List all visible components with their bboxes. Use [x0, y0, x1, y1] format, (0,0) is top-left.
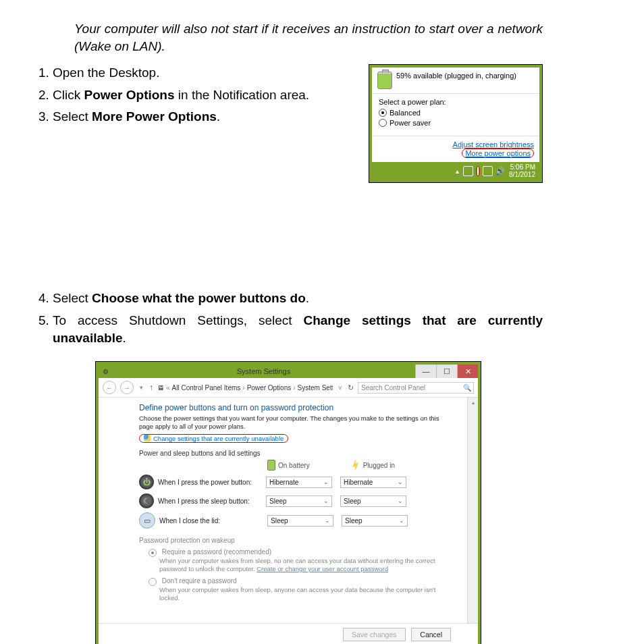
sleep-button-row-label: When I press the sleep button: [158, 498, 266, 505]
power-plugged-dropdown[interactable]: Hibernate⌄ [340, 477, 406, 488]
password-group-label: Password protection on wakeup [139, 537, 451, 544]
close-button[interactable]: ✕ [457, 365, 478, 378]
page-heading: Define power buttons and turn on passwor… [139, 403, 451, 412]
clock-time: 5:06 PM [509, 163, 535, 171]
step-5: To access Shutdown Settings, select Chan… [53, 312, 543, 348]
plug-icon: ⚡ [348, 458, 362, 472]
page-subtext: Choose the power settings that you want … [139, 414, 451, 431]
buttons-group-label: Power and sleep buttons and lid settings [139, 450, 451, 457]
battery-tray-icon[interactable] [476, 166, 480, 176]
lid-plugged-dropdown[interactable]: Sleep⌄ [342, 515, 408, 527]
power-options-popup: 59% available (plugged in, charging) Sel… [369, 64, 543, 183]
breadcrumb[interactable]: 🖥 « All Control Panel Items › Power Opti… [157, 384, 333, 392]
chevron-down-icon: ⌄ [323, 498, 329, 504]
battery-status-text: 59% available (plugged in, charging) [396, 72, 516, 80]
search-icon: 🔍 [463, 384, 471, 392]
save-changes-button[interactable]: Save changes [343, 628, 406, 641]
chevron-down-icon: ⌄ [398, 498, 403, 504]
sleep-button-icon [139, 493, 154, 508]
vertical-scrollbar[interactable]: ▴ [467, 398, 478, 623]
maximize-button[interactable]: ☐ [436, 365, 457, 378]
adjust-brightness-link[interactable]: Adjust screen brightness [453, 140, 534, 149]
plan-saver-label: Power saver [390, 119, 431, 127]
scroll-up-icon[interactable]: ▴ [468, 398, 478, 408]
sleep-plugged-dropdown[interactable]: Sleep⌄ [340, 495, 406, 507]
system-settings-window: ⚙ System Settings — ☐ ✕ ← → ▾ ↑ 🖥 « All … [95, 361, 481, 644]
nav-forward-button[interactable]: → [120, 381, 134, 394]
require-password-option: Require a password (recommended) When yo… [149, 548, 451, 573]
step-4: Select Choose what the power buttons do. [53, 188, 543, 308]
power-button-icon [139, 475, 154, 489]
action-center-icon[interactable] [463, 166, 473, 176]
column-on-battery: On battery [267, 460, 310, 471]
radio-selected-icon [149, 549, 157, 557]
refresh-button[interactable]: ↻ [348, 383, 354, 392]
power-battery-dropdown[interactable]: Hibernate⌄ [266, 477, 332, 488]
chevron-down-icon: ⌄ [398, 479, 403, 485]
tray-expand-icon[interactable]: ▴ [456, 167, 459, 175]
battery-small-icon [267, 460, 275, 471]
battery-icon [377, 72, 392, 89]
window-titlebar: ⚙ System Settings — ☐ ✕ [99, 365, 478, 378]
path-dropdown-icon[interactable]: v [339, 384, 342, 391]
plan-balanced-radio[interactable]: Balanced [379, 109, 533, 117]
chevron-down-icon: ⌄ [399, 517, 404, 524]
power-button-row-label: When I press the power button: [158, 479, 266, 486]
plan-balanced-label: Balanced [390, 109, 421, 117]
cancel-button[interactable]: Cancel [411, 628, 451, 641]
minimize-button[interactable]: — [415, 365, 436, 378]
volume-icon[interactable]: 🔊 [495, 167, 505, 176]
window-footer: Save changes Cancel [99, 623, 478, 644]
radio-selected-icon [379, 109, 387, 117]
create-password-link[interactable]: Create or change your user account passw… [257, 565, 388, 572]
plan-saver-radio[interactable]: Power saver [379, 119, 533, 127]
lid-battery-dropdown[interactable]: Sleep⌄ [267, 515, 333, 527]
select-plan-label: Select a power plan: [379, 98, 533, 106]
clock-date: 8/1/2012 [509, 171, 535, 178]
nav-history-dropdown[interactable]: ▾ [140, 384, 143, 391]
sleep-battery-dropdown[interactable]: Sleep⌄ [266, 495, 332, 507]
chevron-down-icon: ⌄ [323, 479, 329, 485]
lid-icon [139, 512, 155, 529]
control-panel-icon: 🖥 [157, 384, 164, 392]
chevron-down-icon: ⌄ [325, 517, 330, 524]
more-power-options-link[interactable]: More power options [462, 149, 534, 158]
address-bar: ← → ▾ ↑ 🖥 « All Control Panel Items › Po… [99, 378, 478, 398]
lid-row-label: When I close the lid: [159, 517, 267, 525]
radio-unselected-icon [149, 578, 157, 586]
uac-shield-icon [144, 435, 151, 441]
nav-up-button[interactable]: ↑ [149, 383, 153, 392]
taskbar-clock[interactable]: 5:06 PM 8/1/2012 [509, 163, 535, 178]
radio-unselected-icon [379, 119, 387, 127]
no-password-option: Don't require a password When your compu… [149, 577, 451, 602]
network-icon[interactable] [483, 166, 493, 176]
intro-note: Your computer will also not start if it … [74, 20, 543, 55]
window-title: System Settings [112, 365, 415, 377]
search-input[interactable]: Search Control Panel 🔍 [358, 382, 474, 394]
nav-back-button[interactable]: ← [103, 381, 116, 394]
change-settings-link[interactable]: Change settings that are currently unava… [139, 434, 288, 443]
taskbar: ▴ 🔊 5:06 PM 8/1/2012 [372, 162, 539, 180]
column-plugged-in: ⚡Plugged in [350, 460, 395, 470]
